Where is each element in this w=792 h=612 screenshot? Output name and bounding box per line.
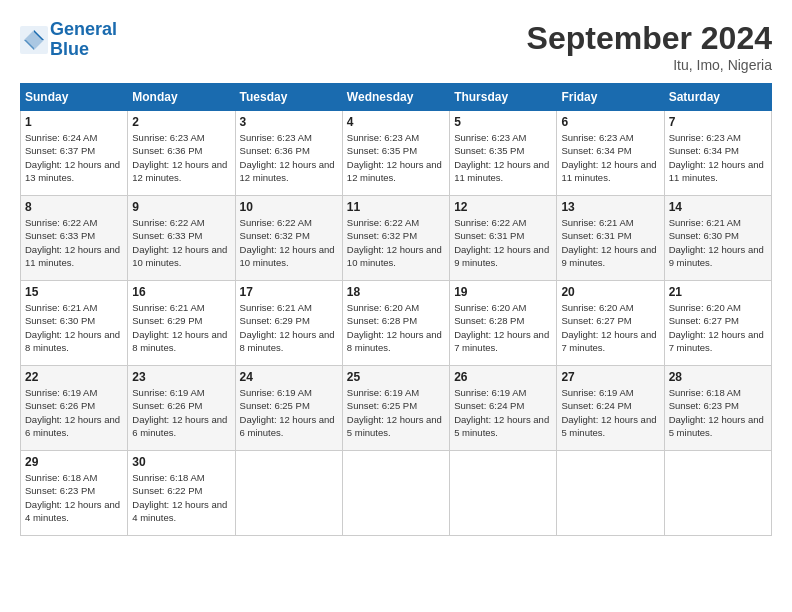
calendar-cell: 11 Sunrise: 6:22 AM Sunset: 6:32 PM Dayl… [342, 196, 449, 281]
day-number: 4 [347, 115, 445, 129]
calendar-cell: 4 Sunrise: 6:23 AM Sunset: 6:35 PM Dayli… [342, 111, 449, 196]
header-monday: Monday [128, 84, 235, 111]
calendar-cell: 1 Sunrise: 6:24 AM Sunset: 6:37 PM Dayli… [21, 111, 128, 196]
day-info: Sunrise: 6:23 AM Sunset: 6:36 PM Dayligh… [240, 131, 338, 184]
day-number: 23 [132, 370, 230, 384]
day-info: Sunrise: 6:21 AM Sunset: 6:31 PM Dayligh… [561, 216, 659, 269]
day-number: 11 [347, 200, 445, 214]
day-info: Sunrise: 6:22 AM Sunset: 6:33 PM Dayligh… [132, 216, 230, 269]
day-info: Sunrise: 6:23 AM Sunset: 6:36 PM Dayligh… [132, 131, 230, 184]
day-info: Sunrise: 6:19 AM Sunset: 6:25 PM Dayligh… [347, 386, 445, 439]
calendar-cell: 22 Sunrise: 6:19 AM Sunset: 6:26 PM Dayl… [21, 366, 128, 451]
day-number: 2 [132, 115, 230, 129]
calendar-week-row: 15 Sunrise: 6:21 AM Sunset: 6:30 PM Dayl… [21, 281, 772, 366]
day-info: Sunrise: 6:22 AM Sunset: 6:32 PM Dayligh… [240, 216, 338, 269]
day-info: Sunrise: 6:21 AM Sunset: 6:29 PM Dayligh… [240, 301, 338, 354]
calendar-cell: 23 Sunrise: 6:19 AM Sunset: 6:26 PM Dayl… [128, 366, 235, 451]
day-info: Sunrise: 6:20 AM Sunset: 6:28 PM Dayligh… [454, 301, 552, 354]
day-info: Sunrise: 6:20 AM Sunset: 6:27 PM Dayligh… [561, 301, 659, 354]
day-info: Sunrise: 6:21 AM Sunset: 6:29 PM Dayligh… [132, 301, 230, 354]
day-number: 22 [25, 370, 123, 384]
location: Itu, Imo, Nigeria [527, 57, 772, 73]
calendar-cell: 8 Sunrise: 6:22 AM Sunset: 6:33 PM Dayli… [21, 196, 128, 281]
calendar-cell: 17 Sunrise: 6:21 AM Sunset: 6:29 PM Dayl… [235, 281, 342, 366]
day-info: Sunrise: 6:18 AM Sunset: 6:23 PM Dayligh… [25, 471, 123, 524]
page-header: General Blue September 2024 Itu, Imo, Ni… [20, 20, 772, 73]
day-info: Sunrise: 6:18 AM Sunset: 6:23 PM Dayligh… [669, 386, 767, 439]
day-number: 29 [25, 455, 123, 469]
calendar-cell: 21 Sunrise: 6:20 AM Sunset: 6:27 PM Dayl… [664, 281, 771, 366]
calendar-cell: 14 Sunrise: 6:21 AM Sunset: 6:30 PM Dayl… [664, 196, 771, 281]
calendar-cell: 9 Sunrise: 6:22 AM Sunset: 6:33 PM Dayli… [128, 196, 235, 281]
calendar-cell: 10 Sunrise: 6:22 AM Sunset: 6:32 PM Dayl… [235, 196, 342, 281]
calendar-cell: 5 Sunrise: 6:23 AM Sunset: 6:35 PM Dayli… [450, 111, 557, 196]
calendar-cell: 3 Sunrise: 6:23 AM Sunset: 6:36 PM Dayli… [235, 111, 342, 196]
day-info: Sunrise: 6:20 AM Sunset: 6:28 PM Dayligh… [347, 301, 445, 354]
calendar-cell: 27 Sunrise: 6:19 AM Sunset: 6:24 PM Dayl… [557, 366, 664, 451]
day-number: 28 [669, 370, 767, 384]
day-info: Sunrise: 6:22 AM Sunset: 6:32 PM Dayligh… [347, 216, 445, 269]
logo: General Blue [20, 20, 117, 60]
day-info: Sunrise: 6:21 AM Sunset: 6:30 PM Dayligh… [25, 301, 123, 354]
day-number: 8 [25, 200, 123, 214]
calendar-cell: 28 Sunrise: 6:18 AM Sunset: 6:23 PM Dayl… [664, 366, 771, 451]
calendar-cell: 29 Sunrise: 6:18 AM Sunset: 6:23 PM Dayl… [21, 451, 128, 536]
day-info: Sunrise: 6:19 AM Sunset: 6:26 PM Dayligh… [25, 386, 123, 439]
header-thursday: Thursday [450, 84, 557, 111]
calendar-cell: 26 Sunrise: 6:19 AM Sunset: 6:24 PM Dayl… [450, 366, 557, 451]
day-info: Sunrise: 6:19 AM Sunset: 6:26 PM Dayligh… [132, 386, 230, 439]
day-number: 25 [347, 370, 445, 384]
calendar-cell: 24 Sunrise: 6:19 AM Sunset: 6:25 PM Dayl… [235, 366, 342, 451]
day-number: 21 [669, 285, 767, 299]
day-number: 7 [669, 115, 767, 129]
day-number: 20 [561, 285, 659, 299]
calendar-cell: 25 Sunrise: 6:19 AM Sunset: 6:25 PM Dayl… [342, 366, 449, 451]
day-number: 30 [132, 455, 230, 469]
title-area: September 2024 Itu, Imo, Nigeria [527, 20, 772, 73]
day-info: Sunrise: 6:23 AM Sunset: 6:34 PM Dayligh… [669, 131, 767, 184]
day-info: Sunrise: 6:22 AM Sunset: 6:31 PM Dayligh… [454, 216, 552, 269]
calendar-cell: 18 Sunrise: 6:20 AM Sunset: 6:28 PM Dayl… [342, 281, 449, 366]
day-number: 9 [132, 200, 230, 214]
day-number: 6 [561, 115, 659, 129]
calendar-table: Sunday Monday Tuesday Wednesday Thursday… [20, 83, 772, 536]
day-number: 1 [25, 115, 123, 129]
calendar-cell: 7 Sunrise: 6:23 AM Sunset: 6:34 PM Dayli… [664, 111, 771, 196]
day-info: Sunrise: 6:18 AM Sunset: 6:22 PM Dayligh… [132, 471, 230, 524]
calendar-cell: 15 Sunrise: 6:21 AM Sunset: 6:30 PM Dayl… [21, 281, 128, 366]
day-info: Sunrise: 6:23 AM Sunset: 6:35 PM Dayligh… [454, 131, 552, 184]
day-number: 19 [454, 285, 552, 299]
calendar-cell [664, 451, 771, 536]
day-number: 10 [240, 200, 338, 214]
calendar-cell: 13 Sunrise: 6:21 AM Sunset: 6:31 PM Dayl… [557, 196, 664, 281]
day-info: Sunrise: 6:19 AM Sunset: 6:25 PM Dayligh… [240, 386, 338, 439]
day-info: Sunrise: 6:23 AM Sunset: 6:34 PM Dayligh… [561, 131, 659, 184]
day-info: Sunrise: 6:22 AM Sunset: 6:33 PM Dayligh… [25, 216, 123, 269]
calendar-cell: 19 Sunrise: 6:20 AM Sunset: 6:28 PM Dayl… [450, 281, 557, 366]
day-number: 27 [561, 370, 659, 384]
day-number: 15 [25, 285, 123, 299]
calendar-cell [557, 451, 664, 536]
calendar-cell: 16 Sunrise: 6:21 AM Sunset: 6:29 PM Dayl… [128, 281, 235, 366]
calendar-header-row: Sunday Monday Tuesday Wednesday Thursday… [21, 84, 772, 111]
day-number: 13 [561, 200, 659, 214]
calendar-week-row: 1 Sunrise: 6:24 AM Sunset: 6:37 PM Dayli… [21, 111, 772, 196]
logo-text: General Blue [50, 20, 117, 60]
day-number: 24 [240, 370, 338, 384]
calendar-cell: 6 Sunrise: 6:23 AM Sunset: 6:34 PM Dayli… [557, 111, 664, 196]
day-info: Sunrise: 6:19 AM Sunset: 6:24 PM Dayligh… [454, 386, 552, 439]
header-saturday: Saturday [664, 84, 771, 111]
header-sunday: Sunday [21, 84, 128, 111]
calendar-cell: 20 Sunrise: 6:20 AM Sunset: 6:27 PM Dayl… [557, 281, 664, 366]
day-number: 17 [240, 285, 338, 299]
calendar-cell [342, 451, 449, 536]
day-number: 16 [132, 285, 230, 299]
logo-icon [20, 26, 48, 54]
calendar-cell: 2 Sunrise: 6:23 AM Sunset: 6:36 PM Dayli… [128, 111, 235, 196]
day-info: Sunrise: 6:21 AM Sunset: 6:30 PM Dayligh… [669, 216, 767, 269]
day-number: 5 [454, 115, 552, 129]
day-number: 18 [347, 285, 445, 299]
header-wednesday: Wednesday [342, 84, 449, 111]
header-tuesday: Tuesday [235, 84, 342, 111]
day-number: 14 [669, 200, 767, 214]
